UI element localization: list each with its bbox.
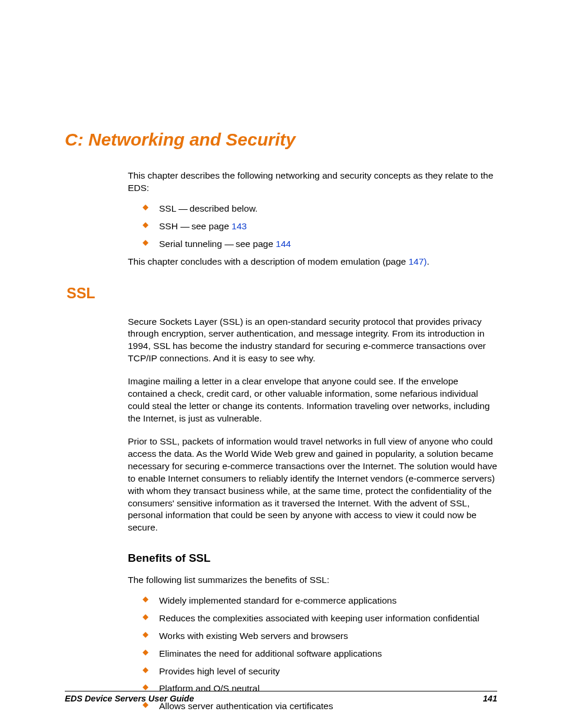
svg-marker-1 bbox=[143, 222, 148, 228]
list-item: Widely implemented standard for e-commer… bbox=[143, 595, 497, 607]
page-link-144[interactable]: 144 bbox=[276, 239, 291, 249]
ssl-para-1: Secure Sockets Layer (SSL) is an open-st… bbox=[128, 316, 497, 365]
page-footer: EDS Device Servers User Guide 141 bbox=[65, 691, 497, 703]
ssl-heading: SSL bbox=[67, 285, 497, 302]
page-link-143[interactable]: 143 bbox=[232, 221, 247, 231]
list-item: SSH — see page 143 bbox=[143, 220, 497, 233]
diamond-bullet-icon bbox=[143, 632, 148, 638]
benefits-intro: The following list summarizes the benefi… bbox=[128, 574, 497, 587]
list-item: Works with existing Web servers and brow… bbox=[143, 630, 497, 643]
list-item: Eliminates the need for additional softw… bbox=[143, 648, 497, 660]
page-link-147[interactable]: 147) bbox=[408, 256, 427, 266]
footer-divider bbox=[65, 691, 497, 691]
svg-marker-7 bbox=[143, 667, 148, 673]
list-text: Serial tunneling — see page 144 bbox=[159, 239, 291, 249]
svg-marker-0 bbox=[143, 205, 148, 210]
svg-marker-8 bbox=[143, 684, 148, 690]
svg-marker-2 bbox=[143, 240, 148, 246]
intro-paragraph: This chapter describes the following net… bbox=[128, 170, 497, 195]
diamond-bullet-icon bbox=[143, 667, 148, 673]
ssl-para-2: Imagine mailing a letter in a clear enve… bbox=[128, 375, 497, 425]
ssl-block: Secure Sockets Layer (SSL) is an open-st… bbox=[128, 316, 497, 713]
list-text: Provides high level of security bbox=[159, 666, 280, 676]
diamond-bullet-icon bbox=[143, 614, 148, 620]
svg-marker-6 bbox=[143, 650, 148, 655]
intro-concludes: This chapter concludes with a descriptio… bbox=[128, 256, 497, 268]
intro-block: This chapter describes the following net… bbox=[128, 170, 497, 268]
footer-guide-title: EDS Device Servers User Guide bbox=[65, 694, 194, 703]
list-item: Serial tunneling — see page 144 bbox=[143, 238, 497, 251]
svg-marker-4 bbox=[143, 614, 148, 620]
diamond-bullet-icon bbox=[143, 650, 148, 655]
chapter-title: C: Networking and Security bbox=[65, 0, 497, 170]
list-item: Provides high level of security bbox=[143, 666, 497, 678]
diamond-bullet-icon bbox=[143, 684, 148, 690]
page-container: C: Networking and Security This chapter … bbox=[0, 0, 562, 728]
list-text: Reduces the complexities associated with… bbox=[159, 613, 480, 623]
list-text: Widely implemented standard for e-commer… bbox=[159, 595, 396, 605]
intro-bullet-list: SSL — described below. SSH — see page 14… bbox=[128, 203, 497, 251]
svg-marker-3 bbox=[143, 597, 148, 602]
list-text: SSH — see page 143 bbox=[159, 221, 247, 231]
diamond-bullet-icon bbox=[143, 222, 148, 228]
list-item: SSL — described below. bbox=[143, 203, 497, 215]
diamond-bullet-icon bbox=[143, 597, 148, 602]
svg-marker-5 bbox=[143, 632, 148, 638]
benefits-heading: Benefits of SSL bbox=[128, 551, 497, 566]
list-text: Works with existing Web servers and brow… bbox=[159, 631, 348, 641]
ssl-para-3: Prior to SSL, packets of information wou… bbox=[128, 436, 497, 534]
list-text: SSL — described below. bbox=[159, 203, 257, 213]
footer-page-number: 141 bbox=[483, 694, 497, 703]
diamond-bullet-icon bbox=[143, 240, 148, 246]
list-text: Eliminates the need for additional softw… bbox=[159, 648, 382, 658]
list-item: Reduces the complexities associated with… bbox=[143, 612, 497, 625]
diamond-bullet-icon bbox=[143, 205, 148, 210]
